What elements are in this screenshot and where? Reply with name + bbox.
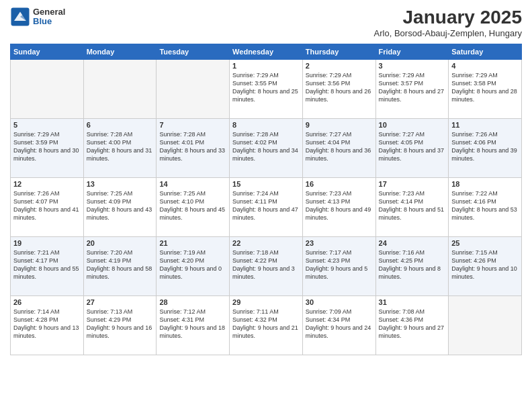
subtitle: Arlo, Borsod-Abauj-Zemplen, Hungary <box>374 28 522 38</box>
calendar-cell: 27Sunrise: 7:13 AMSunset: 4:29 PMDayligh… <box>83 296 157 355</box>
cell-date: 14 <box>159 180 226 188</box>
calendar-cell: 9Sunrise: 7:27 AMSunset: 4:04 PMDaylight… <box>302 119 375 178</box>
calendar-cell: 8Sunrise: 7:28 AMSunset: 4:02 PMDaylight… <box>230 119 303 178</box>
cell-date: 4 <box>451 62 519 70</box>
calendar-cell: 11Sunrise: 7:26 AMSunset: 4:06 PMDayligh… <box>449 119 522 178</box>
cell-info: Sunrise: 7:29 AMSunset: 3:57 PMDaylight:… <box>379 71 446 104</box>
cell-date: 27 <box>87 298 154 306</box>
cell-date: 28 <box>159 298 226 306</box>
cell-info: Sunrise: 7:27 AMSunset: 4:04 PMDaylight:… <box>306 130 373 163</box>
cell-date: 17 <box>379 180 446 188</box>
cell-date: 23 <box>306 239 373 247</box>
cell-info: Sunrise: 7:26 AMSunset: 4:07 PMDaylight:… <box>13 189 81 222</box>
column-header-sunday: Sunday <box>11 44 84 60</box>
cell-date: 15 <box>232 180 300 188</box>
cell-date: 22 <box>232 239 300 247</box>
cell-info: Sunrise: 7:09 AMSunset: 4:34 PMDaylight:… <box>306 308 373 340</box>
cell-info: Sunrise: 7:18 AMSunset: 4:22 PMDaylight:… <box>232 248 300 281</box>
cell-info: Sunrise: 7:16 AMSunset: 4:25 PMDaylight:… <box>379 248 446 281</box>
cell-info: Sunrise: 7:14 AMSunset: 4:28 PMDaylight:… <box>13 308 81 340</box>
column-header-saturday: Saturday <box>449 44 522 60</box>
calendar-cell: 4Sunrise: 7:29 AMSunset: 3:58 PMDaylight… <box>449 60 522 119</box>
logo-blue: Blue <box>33 17 65 26</box>
calendar-row-2: 5Sunrise: 7:29 AMSunset: 3:59 PMDaylight… <box>11 119 522 178</box>
cell-date: 19 <box>13 239 81 247</box>
cell-date: 12 <box>13 180 81 188</box>
calendar-table: SundayMondayTuesdayWednesdayThursdayFrid… <box>10 44 522 355</box>
cell-info: Sunrise: 7:25 AMSunset: 4:09 PMDaylight:… <box>87 189 154 222</box>
cell-info: Sunrise: 7:23 AMSunset: 4:14 PMDaylight:… <box>379 189 446 222</box>
cell-date: 21 <box>159 239 226 247</box>
calendar-cell: 30Sunrise: 7:09 AMSunset: 4:34 PMDayligh… <box>302 296 375 355</box>
calendar-row-1: 1Sunrise: 7:29 AMSunset: 3:55 PMDaylight… <box>11 60 522 119</box>
calendar-row-3: 12Sunrise: 7:26 AMSunset: 4:07 PMDayligh… <box>11 178 522 237</box>
main-title: January 2025 <box>374 7 522 28</box>
calendar-cell <box>157 60 230 119</box>
calendar-cell: 6Sunrise: 7:28 AMSunset: 4:00 PMDaylight… <box>83 119 157 178</box>
calendar-cell: 25Sunrise: 7:15 AMSunset: 4:26 PMDayligh… <box>449 237 522 296</box>
calendar-cell: 31Sunrise: 7:08 AMSunset: 4:36 PMDayligh… <box>375 296 449 355</box>
calendar-cell: 19Sunrise: 7:21 AMSunset: 4:17 PMDayligh… <box>11 237 84 296</box>
calendar-cell: 16Sunrise: 7:23 AMSunset: 4:13 PMDayligh… <box>302 178 375 237</box>
cell-date: 6 <box>87 121 154 129</box>
cell-date: 13 <box>87 180 154 188</box>
calendar-cell: 12Sunrise: 7:26 AMSunset: 4:07 PMDayligh… <box>11 178 84 237</box>
calendar-cell: 26Sunrise: 7:14 AMSunset: 4:28 PMDayligh… <box>11 296 84 355</box>
calendar-page: General Blue January 2025 Arlo, Borsod-A… <box>0 0 532 411</box>
column-header-monday: Monday <box>83 44 157 60</box>
cell-info: Sunrise: 7:22 AMSunset: 4:16 PMDaylight:… <box>451 189 519 222</box>
cell-info: Sunrise: 7:29 AMSunset: 3:59 PMDaylight:… <box>13 130 81 163</box>
calendar-cell <box>83 60 157 119</box>
calendar-cell: 23Sunrise: 7:17 AMSunset: 4:23 PMDayligh… <box>302 237 375 296</box>
cell-info: Sunrise: 7:11 AMSunset: 4:32 PMDaylight:… <box>232 308 300 340</box>
cell-info: Sunrise: 7:26 AMSunset: 4:06 PMDaylight:… <box>451 130 519 163</box>
cell-date: 26 <box>13 298 81 306</box>
cell-date: 2 <box>306 62 373 70</box>
column-header-tuesday: Tuesday <box>157 44 230 60</box>
calendar-cell: 5Sunrise: 7:29 AMSunset: 3:59 PMDaylight… <box>11 119 84 178</box>
cell-date: 11 <box>451 121 519 129</box>
title-section: January 2025 Arlo, Borsod-Abauj-Zemplen,… <box>374 7 522 38</box>
cell-info: Sunrise: 7:08 AMSunset: 4:36 PMDaylight:… <box>379 308 446 340</box>
calendar-cell: 18Sunrise: 7:22 AMSunset: 4:16 PMDayligh… <box>449 178 522 237</box>
calendar-cell: 17Sunrise: 7:23 AMSunset: 4:14 PMDayligh… <box>375 178 449 237</box>
cell-info: Sunrise: 7:27 AMSunset: 4:05 PMDaylight:… <box>379 130 446 163</box>
calendar-cell: 7Sunrise: 7:28 AMSunset: 4:01 PMDaylight… <box>157 119 230 178</box>
calendar-row-5: 26Sunrise: 7:14 AMSunset: 4:28 PMDayligh… <box>11 296 522 355</box>
cell-date: 16 <box>306 180 373 188</box>
calendar-row-4: 19Sunrise: 7:21 AMSunset: 4:17 PMDayligh… <box>11 237 522 296</box>
calendar-cell: 14Sunrise: 7:25 AMSunset: 4:10 PMDayligh… <box>157 178 230 237</box>
logo-general: General <box>33 7 65 17</box>
logo-text: General Blue <box>33 7 65 27</box>
cell-date: 1 <box>232 62 300 70</box>
cell-date: 30 <box>306 298 373 306</box>
cell-date: 9 <box>306 121 373 129</box>
cell-info: Sunrise: 7:28 AMSunset: 4:01 PMDaylight:… <box>159 130 226 163</box>
cell-info: Sunrise: 7:28 AMSunset: 4:00 PMDaylight:… <box>87 130 154 163</box>
cell-info: Sunrise: 7:25 AMSunset: 4:10 PMDaylight:… <box>159 189 226 222</box>
calendar-cell <box>11 60 84 119</box>
cell-info: Sunrise: 7:24 AMSunset: 4:11 PMDaylight:… <box>232 189 300 222</box>
cell-info: Sunrise: 7:29 AMSunset: 3:58 PMDaylight:… <box>451 71 519 104</box>
cell-date: 25 <box>451 239 519 247</box>
calendar-cell: 3Sunrise: 7:29 AMSunset: 3:57 PMDaylight… <box>375 60 449 119</box>
cell-date: 10 <box>379 121 446 129</box>
calendar-cell: 1Sunrise: 7:29 AMSunset: 3:55 PMDaylight… <box>230 60 303 119</box>
cell-date: 20 <box>87 239 154 247</box>
column-header-wednesday: Wednesday <box>230 44 303 60</box>
calendar-cell: 24Sunrise: 7:16 AMSunset: 4:25 PMDayligh… <box>375 237 449 296</box>
calendar-cell: 28Sunrise: 7:12 AMSunset: 4:31 PMDayligh… <box>157 296 230 355</box>
column-header-thursday: Thursday <box>302 44 375 60</box>
calendar-cell: 22Sunrise: 7:18 AMSunset: 4:22 PMDayligh… <box>230 237 303 296</box>
cell-date: 5 <box>13 121 81 129</box>
cell-date: 8 <box>232 121 300 129</box>
cell-info: Sunrise: 7:13 AMSunset: 4:29 PMDaylight:… <box>87 308 154 340</box>
cell-info: Sunrise: 7:12 AMSunset: 4:31 PMDaylight:… <box>159 308 226 340</box>
logo-icon <box>10 7 30 27</box>
cell-date: 31 <box>379 298 446 306</box>
cell-info: Sunrise: 7:23 AMSunset: 4:13 PMDaylight:… <box>306 189 373 222</box>
cell-date: 24 <box>379 239 446 247</box>
calendar-cell: 13Sunrise: 7:25 AMSunset: 4:09 PMDayligh… <box>83 178 157 237</box>
calendar-cell: 2Sunrise: 7:29 AMSunset: 3:56 PMDaylight… <box>302 60 375 119</box>
calendar-cell: 29Sunrise: 7:11 AMSunset: 4:32 PMDayligh… <box>230 296 303 355</box>
